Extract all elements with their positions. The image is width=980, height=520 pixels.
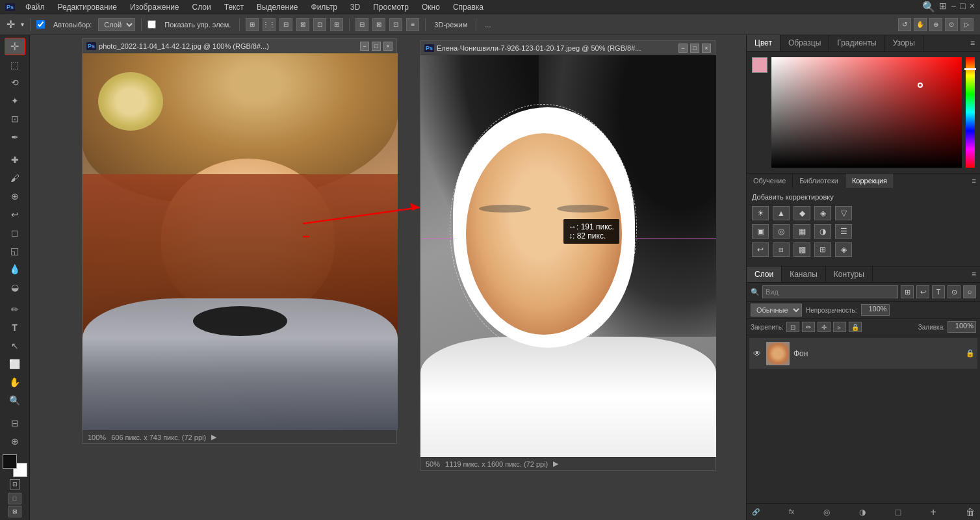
shape-tool[interactable]: ⬜ xyxy=(5,356,25,373)
doc2-maximize-btn[interactable]: □ xyxy=(690,44,699,53)
correction-tab[interactable]: Коррекция xyxy=(845,174,894,188)
bw-icon[interactable]: ▦ xyxy=(793,224,810,239)
menu-edit[interactable]: Редактирование xyxy=(55,1,120,13)
menu-view[interactable]: Просмотр xyxy=(370,1,411,13)
3d-zoom-btn[interactable]: ⊕ xyxy=(929,18,942,31)
layer-delete-btn[interactable]: 🗑 xyxy=(966,507,975,517)
blend-mode-select[interactable]: Обычные xyxy=(751,304,802,317)
align-extra-btn[interactable]: ≡ xyxy=(406,18,419,31)
photo-filter-icon[interactable]: ◑ xyxy=(814,224,831,239)
eyedropper-tool[interactable]: ✒ xyxy=(5,129,25,146)
menu-select[interactable]: Выделение xyxy=(254,1,301,13)
hue-sat-icon[interactable]: ▣ xyxy=(752,224,769,239)
layers-tab[interactable]: Слои xyxy=(747,266,782,282)
menu-window[interactable]: Окно xyxy=(419,1,443,13)
menu-image[interactable]: Изображение xyxy=(127,1,182,13)
layers-search-box[interactable]: Вид xyxy=(762,285,898,298)
workspace-btn[interactable]: ⊞ xyxy=(939,1,947,13)
align-bottom-btn[interactable]: ⊞ xyxy=(330,18,343,31)
curves-icon[interactable]: ◆ xyxy=(793,206,810,220)
exposure-icon[interactable]: ◈ xyxy=(814,206,831,220)
layer-mask-btn[interactable]: ◎ xyxy=(823,508,830,517)
move-tool[interactable]: ✛ xyxy=(5,38,25,55)
extra-tool-2[interactable]: ⊕ xyxy=(5,432,25,450)
pin-pos-btn[interactable]: ⊡ xyxy=(786,322,799,332)
brightness-icon[interactable]: ☀ xyxy=(752,206,769,220)
fg-color-swatch[interactable] xyxy=(3,454,17,469)
pen-tool[interactable]: ✏ xyxy=(5,301,25,318)
menu-text[interactable]: Текст xyxy=(222,1,246,13)
color-tab[interactable]: Цвет xyxy=(747,35,780,51)
vibrance-icon[interactable]: ▽ xyxy=(835,206,852,220)
correction-panel-menu[interactable]: ≡ xyxy=(968,174,980,188)
lasso-tool[interactable]: ⟲ xyxy=(5,74,25,92)
layer-add-btn[interactable]: + xyxy=(930,506,936,518)
menu-filter[interactable]: Фильтр xyxy=(309,1,340,13)
fill-value[interactable]: 100% xyxy=(948,321,976,333)
3d-extra-btn[interactable]: ▷ xyxy=(961,18,974,31)
auto-select-checkbox[interactable] xyxy=(36,20,45,29)
align-left-btn[interactable]: ⊞ xyxy=(246,18,259,31)
close-app-btn[interactable]: × xyxy=(970,1,975,13)
3d-pan-btn[interactable]: ✋ xyxy=(914,18,927,31)
doc2-close-btn[interactable]: × xyxy=(702,44,711,53)
marquee-tool[interactable]: ⬚ xyxy=(5,56,25,73)
layers-icon-3[interactable]: T xyxy=(932,285,945,298)
path-select-tool[interactable]: ↖ xyxy=(5,337,25,355)
menu-help[interactable]: Справка xyxy=(450,1,486,13)
dist-h-btn[interactable]: ⊟ xyxy=(355,18,368,31)
color-lookup-icon[interactable]: ↩ xyxy=(752,242,769,257)
color-panel-menu[interactable]: ≡ xyxy=(965,35,980,51)
doc2-content[interactable]: ↔: 191 пикс. ↕: 82 пикс. xyxy=(420,55,716,457)
libraries-tab[interactable]: Библиотеки xyxy=(793,174,845,188)
channels-tab[interactable]: Каналы xyxy=(782,266,826,282)
layer-group-btn[interactable]: □ xyxy=(896,507,901,517)
quick-mask-btn[interactable]: ⊡ xyxy=(10,479,20,489)
stamp-tool[interactable]: ⊕ xyxy=(5,187,25,205)
extra-tool-1[interactable]: ⊟ xyxy=(5,414,25,432)
blur-tool[interactable]: 💧 xyxy=(5,260,25,278)
pin-all-btn[interactable]: 🔒 xyxy=(849,322,862,332)
gradient-tool[interactable]: ◱ xyxy=(5,242,25,259)
layer-adj-btn[interactable]: ◑ xyxy=(859,508,866,517)
levels-icon[interactable]: ▲ xyxy=(773,206,790,220)
show-controls-checkbox[interactable] xyxy=(148,20,156,29)
posterize-icon[interactable]: ▩ xyxy=(793,242,810,257)
history-brush-tool[interactable]: ↩ xyxy=(5,205,25,223)
layer-select[interactable]: Слой xyxy=(98,18,135,31)
swatches-tab[interactable]: Образцы xyxy=(780,35,829,51)
align-top-btn[interactable]: ⊠ xyxy=(296,18,309,31)
3d-rotate-btn[interactable]: ↺ xyxy=(898,18,911,31)
menu-layers[interactable]: Слои xyxy=(190,1,214,13)
more-btn[interactable]: ... xyxy=(482,20,493,30)
layer-row-fon[interactable]: 👁 Фон 🔒 xyxy=(749,338,977,369)
current-color-swatch[interactable] xyxy=(752,57,767,73)
pin-paint-btn[interactable]: ✏ xyxy=(802,322,815,332)
color-cursor[interactable] xyxy=(918,83,923,88)
threshold-icon[interactable]: ⊞ xyxy=(814,242,831,257)
patterns-tab[interactable]: Узоры xyxy=(885,35,923,51)
fullscreen-btn[interactable]: ⊠ xyxy=(8,506,21,517)
doc2-minimize-btn[interactable]: − xyxy=(678,44,688,53)
opacity-value[interactable]: 100% xyxy=(861,304,890,316)
paths-tab[interactable]: Контуры xyxy=(826,266,873,282)
layer-link-btn[interactable]: 🔗 xyxy=(752,508,760,515)
layers-icon-4[interactable]: ⊙ xyxy=(948,285,961,298)
channel-mixer-icon[interactable]: ☰ xyxy=(835,224,852,239)
learning-tab[interactable]: Обучение xyxy=(747,174,793,188)
3d-orbit-btn[interactable]: ⊙ xyxy=(945,18,958,31)
doc1-minimize-btn[interactable]: − xyxy=(360,42,369,51)
crop-tool[interactable]: ⊡ xyxy=(5,110,25,128)
color-balance-icon[interactable]: ◎ xyxy=(773,224,790,239)
pin-vec-btn[interactable]: ▹ xyxy=(833,322,846,332)
menu-3d[interactable]: 3D xyxy=(348,1,363,13)
dist-extra-btn[interactable]: ⊡ xyxy=(389,18,402,31)
hand-tool[interactable]: ✋ xyxy=(5,374,25,391)
standard-mode-btn[interactable]: □ xyxy=(8,493,21,504)
align-middle-v-btn[interactable]: ⊡ xyxy=(313,18,326,31)
magic-wand-tool[interactable]: ✦ xyxy=(5,92,25,110)
doc1-close-btn[interactable]: × xyxy=(383,42,393,51)
pin-move-btn[interactable]: ✛ xyxy=(818,322,831,332)
layer-visibility-fon[interactable]: 👁 xyxy=(752,348,762,359)
layers-panel-menu[interactable]: ≡ xyxy=(968,266,980,282)
